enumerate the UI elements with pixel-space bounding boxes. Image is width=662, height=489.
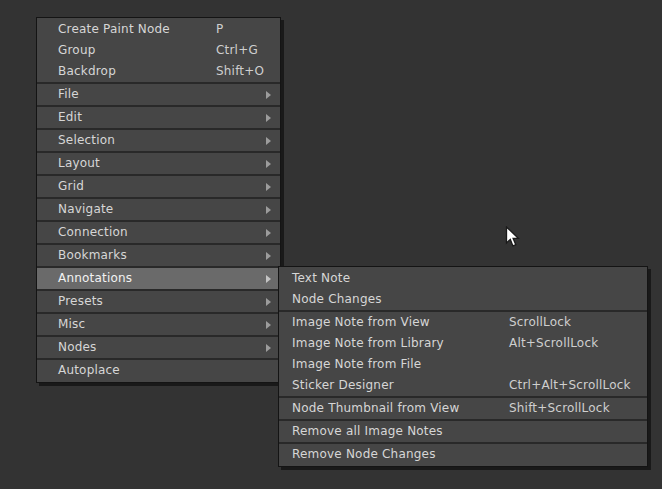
menu-item-label: Edit [58, 107, 82, 128]
menu-item-label: Grid [58, 176, 84, 197]
menu-item-label: Navigate [58, 199, 113, 220]
menu-item-presets[interactable]: Presets [37, 291, 280, 312]
submenu-arrow-icon [266, 91, 271, 99]
menu-item-label: Image Note from View [292, 312, 430, 333]
menu-item-shortcut: Shift+O [216, 61, 264, 82]
menu-item-label: Text Note [292, 268, 350, 289]
menu-item-selection[interactable]: Selection [37, 130, 280, 151]
menu-item-label: Annotations [58, 268, 132, 289]
menu-item-node-thumbnail-from-view[interactable]: Node Thumbnail from View Shift+ScrollLoc… [279, 398, 647, 419]
menu-item-shortcut: P [216, 19, 223, 40]
node-graph-context-menu: Create Paint Node P Group Ctrl+G Backdro… [36, 17, 281, 383]
mouse-cursor-icon [505, 226, 520, 252]
menu-item-create-paint-node[interactable]: Create Paint Node P [37, 19, 280, 40]
menu-item-label: Remove Node Changes [292, 444, 436, 465]
submenu-arrow-icon [266, 206, 271, 214]
menu-item-text-note[interactable]: Text Note [279, 268, 647, 289]
submenu-arrow-icon [266, 183, 271, 191]
menu-item-label: Image Note from File [292, 354, 421, 375]
submenu-arrow-icon [266, 344, 271, 352]
annotations-submenu: Text Note Node Changes Image Note from V… [278, 266, 648, 467]
menu-item-label: Autoplace [58, 360, 120, 381]
menu-item-layout[interactable]: Layout [37, 153, 280, 174]
menu-item-navigate[interactable]: Navigate [37, 199, 280, 220]
menu-item-edit[interactable]: Edit [37, 107, 280, 128]
submenu-arrow-icon [266, 137, 271, 145]
menu-item-label: Image Note from Library [292, 333, 444, 354]
menu-item-label: File [58, 84, 79, 105]
submenu-arrow-icon [266, 275, 271, 283]
submenu-arrow-icon [266, 229, 271, 237]
menu-item-label: Node Changes [292, 289, 382, 310]
menu-item-label: Nodes [58, 337, 97, 358]
menu-item-backdrop[interactable]: Backdrop Shift+O [37, 61, 280, 82]
menu-item-connection[interactable]: Connection [37, 222, 280, 243]
submenu-arrow-icon [266, 252, 271, 260]
menu-item-label: Presets [58, 291, 103, 312]
menu-item-image-note-from-file[interactable]: Image Note from File [279, 354, 647, 375]
menu-item-label: Backdrop [58, 61, 116, 82]
menu-item-shortcut: Ctrl+G [216, 40, 258, 61]
menu-item-group[interactable]: Group Ctrl+G [37, 40, 280, 61]
submenu-arrow-icon [266, 160, 271, 168]
menu-item-misc[interactable]: Misc [37, 314, 280, 335]
menu-item-label: Remove all Image Notes [292, 421, 443, 442]
menu-item-grid[interactable]: Grid [37, 176, 280, 197]
menu-item-remove-node-changes[interactable]: Remove Node Changes [279, 444, 647, 465]
menu-item-label: Misc [58, 314, 85, 335]
menu-item-shortcut: ScrollLock [509, 312, 571, 333]
menu-item-file[interactable]: File [37, 84, 280, 105]
menu-item-nodes[interactable]: Nodes [37, 337, 280, 358]
menu-item-annotations[interactable]: Annotations [37, 268, 280, 289]
menu-item-sticker-designer[interactable]: Sticker Designer Ctrl+Alt+ScrollLock [279, 375, 647, 396]
menu-item-label: Connection [58, 222, 128, 243]
menu-item-label: Node Thumbnail from View [292, 398, 459, 419]
menu-item-label: Group [58, 40, 96, 61]
menu-item-remove-all-image-notes[interactable]: Remove all Image Notes [279, 421, 647, 442]
menu-item-shortcut: Ctrl+Alt+ScrollLock [509, 375, 631, 396]
menu-item-shortcut: Shift+ScrollLock [509, 398, 610, 419]
submenu-arrow-icon [266, 321, 271, 329]
menu-item-label: Layout [58, 153, 100, 174]
menu-item-image-note-from-view[interactable]: Image Note from View ScrollLock [279, 312, 647, 333]
menu-item-shortcut: Alt+ScrollLock [509, 333, 598, 354]
menu-item-node-changes[interactable]: Node Changes [279, 289, 647, 310]
menu-item-label: Sticker Designer [292, 375, 394, 396]
menu-item-autoplace[interactable]: Autoplace [37, 360, 280, 381]
menu-item-label: Create Paint Node [58, 19, 170, 40]
menu-item-label: Bookmarks [58, 245, 127, 266]
menu-item-label: Selection [58, 130, 115, 151]
menu-item-bookmarks[interactable]: Bookmarks [37, 245, 280, 266]
submenu-arrow-icon [266, 298, 271, 306]
submenu-arrow-icon [266, 114, 271, 122]
menu-item-image-note-from-library[interactable]: Image Note from Library Alt+ScrollLock [279, 333, 647, 354]
